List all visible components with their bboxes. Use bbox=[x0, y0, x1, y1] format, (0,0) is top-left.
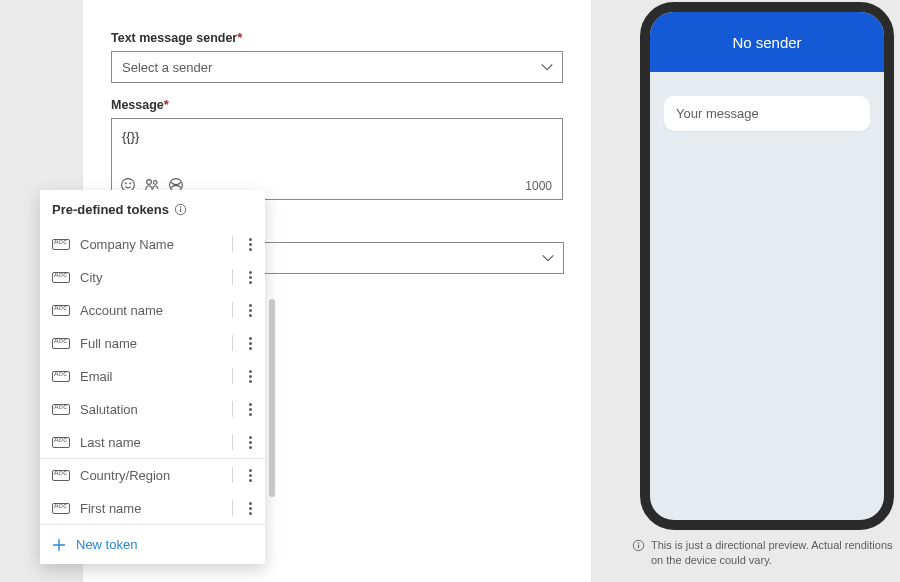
token-item-country-region[interactable]: Country/Region bbox=[40, 458, 265, 491]
sender-select-placeholder: Select a sender bbox=[122, 60, 212, 75]
plus-icon bbox=[52, 538, 66, 552]
new-token-button[interactable]: New token bbox=[40, 524, 265, 564]
more-menu-icon[interactable] bbox=[239, 497, 261, 519]
token-item-last-name[interactable]: Last name bbox=[40, 425, 265, 458]
divider bbox=[232, 236, 233, 252]
divider bbox=[232, 368, 233, 384]
svg-point-7 bbox=[180, 206, 181, 207]
message-bubble-text: Your message bbox=[676, 106, 759, 121]
token-item-label: Company Name bbox=[80, 237, 226, 252]
required-asterisk: * bbox=[164, 97, 169, 112]
svg-rect-11 bbox=[638, 545, 639, 549]
required-asterisk: * bbox=[237, 30, 242, 45]
phone-sender-text: No sender bbox=[732, 34, 801, 51]
divider bbox=[232, 500, 233, 516]
token-item-label: Salutation bbox=[80, 402, 226, 417]
token-item-label: Last name bbox=[80, 435, 226, 450]
more-menu-icon[interactable] bbox=[239, 464, 261, 486]
char-count: 1000 bbox=[525, 179, 552, 193]
more-menu-icon[interactable] bbox=[239, 365, 261, 387]
scrollbar[interactable] bbox=[269, 299, 275, 507]
message-label-text: Message bbox=[111, 98, 164, 112]
token-item-account-name[interactable]: Account name bbox=[40, 293, 265, 326]
text-field-icon bbox=[52, 305, 70, 316]
inserted-token-placeholder[interactable]: {{}} bbox=[122, 129, 139, 144]
svg-point-4 bbox=[154, 181, 158, 185]
svg-point-10 bbox=[638, 542, 639, 543]
text-field-icon bbox=[52, 437, 70, 448]
svg-point-2 bbox=[129, 183, 131, 185]
token-item-email[interactable]: Email bbox=[40, 359, 265, 392]
token-item-label: Account name bbox=[80, 303, 226, 318]
text-field-icon bbox=[52, 503, 70, 514]
phone-preview: No sender Your message bbox=[640, 2, 894, 530]
divider bbox=[232, 434, 233, 450]
sender-field: Text message sender* Select a sender bbox=[111, 30, 563, 83]
text-field-icon bbox=[52, 404, 70, 415]
token-item-first-name[interactable]: First name bbox=[40, 491, 265, 524]
divider bbox=[232, 302, 233, 318]
text-field-icon bbox=[52, 470, 70, 481]
sender-select[interactable]: Select a sender bbox=[111, 51, 563, 83]
sender-label: Text message sender* bbox=[111, 30, 563, 45]
token-item-label: Email bbox=[80, 369, 226, 384]
token-item-full-name[interactable]: Full name bbox=[40, 326, 265, 359]
divider bbox=[232, 269, 233, 285]
token-item-city[interactable]: City bbox=[40, 260, 265, 293]
more-menu-icon[interactable] bbox=[239, 299, 261, 321]
designer-canvas: Text message sender* Select a sender Mes… bbox=[0, 0, 900, 582]
message-label: Message* bbox=[111, 97, 563, 112]
info-icon[interactable] bbox=[174, 203, 187, 216]
more-menu-icon[interactable] bbox=[239, 233, 261, 255]
svg-rect-8 bbox=[180, 209, 181, 213]
chevron-down-icon bbox=[540, 60, 554, 74]
text-field-icon bbox=[52, 239, 70, 250]
token-item-salutation[interactable]: Salutation bbox=[40, 392, 265, 425]
token-item-company-name[interactable]: Company Name bbox=[40, 227, 265, 260]
token-item-label: First name bbox=[80, 501, 226, 516]
text-field-icon bbox=[52, 371, 70, 382]
token-item-label: City bbox=[80, 270, 226, 285]
scrollbar-thumb[interactable] bbox=[269, 299, 275, 497]
message-input[interactable]: {{}} 1000 bbox=[111, 118, 563, 200]
svg-point-1 bbox=[125, 183, 127, 185]
more-menu-icon[interactable] bbox=[239, 332, 261, 354]
preview-footnote-text: This is just a directional preview. Actu… bbox=[651, 538, 900, 568]
message-field: Message* {{}} 1000 bbox=[111, 97, 563, 200]
phone-preview-header: No sender bbox=[650, 12, 884, 72]
more-menu-icon[interactable] bbox=[239, 266, 261, 288]
info-icon bbox=[632, 539, 645, 552]
tokens-popup: Pre-defined tokens Company Name City Acc… bbox=[40, 190, 265, 564]
new-token-label: New token bbox=[76, 537, 137, 552]
text-field-icon bbox=[52, 272, 70, 283]
token-item-label: Country/Region bbox=[80, 468, 226, 483]
tokens-popup-title: Pre-defined tokens bbox=[52, 202, 169, 217]
message-bubble: Your message bbox=[664, 96, 870, 131]
divider bbox=[232, 401, 233, 417]
token-item-label: Full name bbox=[80, 336, 226, 351]
more-menu-icon[interactable] bbox=[239, 431, 261, 453]
preview-footnote: This is just a directional preview. Actu… bbox=[632, 538, 900, 568]
svg-point-3 bbox=[147, 180, 152, 185]
tokens-popup-header: Pre-defined tokens bbox=[40, 190, 265, 227]
sender-label-text: Text message sender bbox=[111, 31, 237, 45]
token-list: Company Name City Account name Full name bbox=[40, 227, 265, 524]
text-field-icon bbox=[52, 338, 70, 349]
divider bbox=[232, 335, 233, 351]
more-menu-icon[interactable] bbox=[239, 398, 261, 420]
chevron-down-icon bbox=[541, 251, 555, 265]
divider bbox=[232, 467, 233, 483]
